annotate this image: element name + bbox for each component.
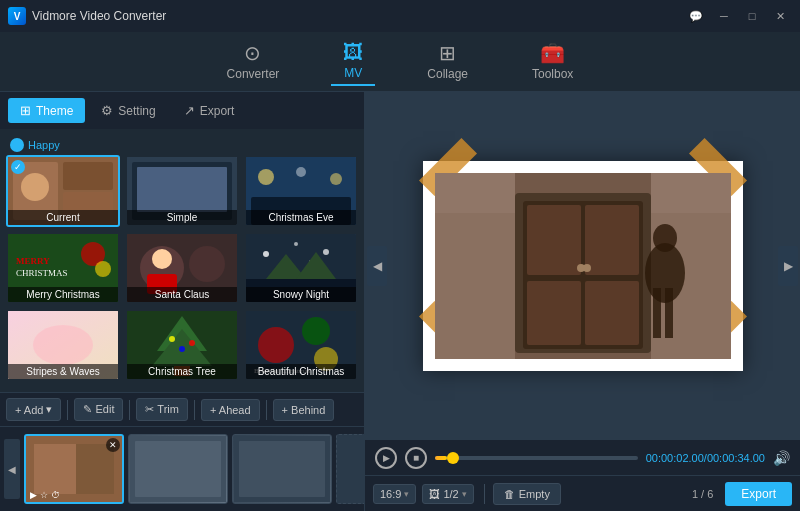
app-icon: V bbox=[8, 7, 26, 25]
film-item-2[interactable] bbox=[128, 434, 228, 504]
theme-snowy-night[interactable]: Snowy Night bbox=[244, 232, 358, 304]
theme-beautiful-christmas[interactable]: Beautiful Christmas Beautiful Christmas bbox=[244, 309, 358, 381]
export-button[interactable]: Export bbox=[725, 482, 792, 506]
nav-toolbox-label: Toolbox bbox=[532, 67, 573, 81]
left-panel: ⊞ Theme ⚙ Setting ↗ Export Happy bbox=[0, 92, 365, 511]
right-panel: ◀ bbox=[365, 92, 800, 511]
svg-point-26 bbox=[323, 249, 329, 255]
empty-button[interactable]: 🗑 Empty bbox=[493, 483, 561, 505]
current-time: 00:00:02.00 bbox=[646, 452, 704, 464]
nav-collage[interactable]: ⊞ Collage bbox=[415, 39, 480, 85]
add-label: + Add bbox=[15, 404, 43, 416]
svg-point-44 bbox=[302, 317, 330, 345]
svg-point-34 bbox=[33, 325, 93, 365]
trim-button[interactable]: ✂ Trim bbox=[136, 398, 187, 421]
theme-christmas-eve-label: Christmas Eve bbox=[246, 210, 356, 225]
nav-converter-label: Converter bbox=[227, 67, 280, 81]
theme-simple-label: Simple bbox=[127, 210, 237, 225]
play-icon[interactable]: ▶ bbox=[30, 490, 37, 500]
star-icon[interactable]: ☆ bbox=[40, 490, 48, 500]
filmstrip-prev[interactable]: ◀ bbox=[4, 439, 20, 499]
svg-rect-65 bbox=[585, 281, 639, 345]
preview-prev-arrow[interactable]: ◀ bbox=[367, 246, 387, 286]
minimize-button[interactable]: ─ bbox=[712, 7, 736, 25]
svg-text:MERRY: MERRY bbox=[16, 256, 50, 266]
aspect-dropdown-arrow: ▾ bbox=[404, 489, 409, 499]
export-tab-icon: ↗ bbox=[184, 103, 195, 118]
play-button[interactable]: ▶ bbox=[375, 447, 397, 469]
svg-point-4 bbox=[21, 173, 49, 201]
theme-christmas-tree[interactable]: Christmas Tree bbox=[125, 309, 239, 381]
tab-setting[interactable]: ⚙ Setting bbox=[89, 98, 167, 123]
theme-merry-christmas[interactable]: MERRY CHRISTMAS Merry Christmas bbox=[6, 232, 120, 304]
clock-icon[interactable]: ⏱ bbox=[51, 490, 60, 500]
progress-thumb bbox=[447, 452, 459, 464]
preview-area: ◀ bbox=[365, 92, 800, 439]
stop-button[interactable]: ■ bbox=[405, 447, 427, 469]
titlebar-left: V Vidmore Video Converter bbox=[8, 7, 166, 25]
page-icon: 🖼 bbox=[429, 488, 440, 500]
svg-rect-7 bbox=[137, 167, 227, 212]
behind-button[interactable]: + Behind bbox=[273, 399, 335, 421]
sub-tabs: ⊞ Theme ⚙ Setting ↗ Export bbox=[0, 92, 364, 129]
svg-rect-53 bbox=[239, 441, 325, 497]
volume-icon[interactable]: 🔊 bbox=[773, 450, 790, 466]
add-dropdown-arrow[interactable]: ▾ bbox=[46, 403, 52, 416]
bottom-toolbar: + Add ▾ ✎ Edit ✂ Trim + Ahead + Behind bbox=[0, 392, 364, 426]
sep2 bbox=[129, 400, 130, 420]
svg-rect-74 bbox=[653, 288, 661, 338]
theme-stripes-waves[interactable]: Stripes & Waves bbox=[6, 309, 120, 381]
preview-next-arrow[interactable]: ▶ bbox=[778, 246, 798, 286]
svg-point-43 bbox=[258, 327, 294, 363]
edit-button[interactable]: ✎ Edit bbox=[74, 398, 123, 421]
theme-current[interactable]: ✓ Current bbox=[6, 155, 120, 227]
total-time: 00:00:34.00 bbox=[707, 452, 765, 464]
svg-rect-2 bbox=[63, 162, 113, 190]
ahead-label: + Ahead bbox=[210, 404, 251, 416]
sep1 bbox=[67, 400, 68, 420]
page-ratio-value: 1/2 bbox=[443, 488, 458, 500]
app-title: Vidmore Video Converter bbox=[32, 9, 166, 23]
theme-santa-claus[interactable]: Santa Claus bbox=[125, 232, 239, 304]
film-item-3[interactable] bbox=[232, 434, 332, 504]
theme-row-1: ✓ Current Simple bbox=[6, 155, 358, 227]
setting-tab-icon: ⚙ bbox=[101, 103, 113, 118]
film-item-2-inner bbox=[129, 435, 227, 503]
page-ratio-control[interactable]: 🖼 1/2 ▾ bbox=[422, 484, 473, 504]
svg-point-20 bbox=[152, 249, 172, 269]
theme-tab-icon: ⊞ bbox=[20, 103, 31, 118]
add-button[interactable]: + Add ▾ bbox=[6, 398, 61, 421]
nav-mv[interactable]: 🖼 MV bbox=[331, 38, 375, 86]
theme-beautiful-christmas-label: Beautiful Christmas bbox=[246, 364, 356, 379]
nav-collage-label: Collage bbox=[427, 67, 468, 81]
export-bar: 16:9 ▾ 16:9 (Widescreen) 1:1 (Instagram)… bbox=[365, 475, 800, 511]
tab-theme[interactable]: ⊞ Theme bbox=[8, 98, 85, 123]
close-button[interactable]: ✕ bbox=[768, 7, 792, 25]
svg-rect-64 bbox=[527, 281, 581, 345]
aspect-ratio-dropdown[interactable]: 16:9 ▾ 16:9 (Widescreen) 1:1 (Instagram)… bbox=[373, 484, 416, 504]
film-item-1[interactable]: ✕ ▶ ☆ ⏱ bbox=[24, 434, 124, 504]
svg-point-11 bbox=[330, 173, 342, 185]
selected-check: ✓ bbox=[11, 160, 25, 174]
theme-santa-claus-label: Santa Claus bbox=[127, 287, 237, 302]
progress-fill bbox=[435, 456, 447, 460]
tab-export[interactable]: ↗ Export bbox=[172, 98, 247, 123]
chat-button[interactable]: 💬 bbox=[684, 7, 708, 25]
film-item-1-close[interactable]: ✕ bbox=[106, 438, 120, 452]
time-display: 00:00:02.00/00:00:34.00 bbox=[646, 452, 765, 464]
svg-point-67 bbox=[583, 264, 591, 272]
theme-simple[interactable]: Simple bbox=[125, 155, 239, 227]
progress-track[interactable] bbox=[435, 456, 638, 460]
nav-toolbox[interactable]: 🧰 Toolbox bbox=[520, 39, 585, 85]
nav-converter[interactable]: ⊙ Converter bbox=[215, 39, 292, 85]
maximize-button[interactable]: □ bbox=[740, 7, 764, 25]
theme-christmas-eve[interactable]: Christmas Eve bbox=[244, 155, 358, 227]
theme-christmas-tree-label: Christmas Tree bbox=[127, 364, 237, 379]
film-add-1[interactable]: + bbox=[336, 434, 364, 504]
ahead-button[interactable]: + Ahead bbox=[201, 399, 260, 421]
setting-tab-label: Setting bbox=[118, 104, 155, 118]
svg-rect-71 bbox=[651, 173, 731, 213]
page-counter: 1 / 6 bbox=[692, 488, 719, 500]
svg-rect-63 bbox=[585, 205, 639, 275]
svg-rect-75 bbox=[665, 288, 673, 338]
